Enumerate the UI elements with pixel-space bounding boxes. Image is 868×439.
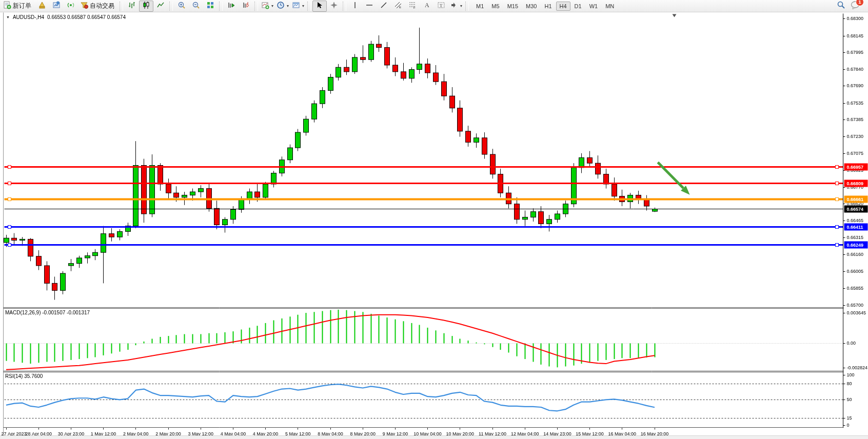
algo-trading-button[interactable]: 自动交易	[78, 1, 118, 12]
periods-button[interactable]: ▾	[275, 1, 290, 12]
new-order-button[interactable]: 新订单	[1, 1, 35, 12]
tile-windows-button[interactable]	[203, 1, 218, 12]
toolbar-separator	[219, 2, 223, 11]
main-toolbar: 新订单 自动交易 ▾ ▾ ▾ E F A T ▾	[0, 0, 868, 12]
vertical-line-icon	[351, 1, 359, 11]
chart-ohlc-values: 0.66553 0.66587 0.66547 0.66574	[47, 14, 126, 20]
cursor-button[interactable]	[312, 1, 327, 12]
chart-shift-button[interactable]	[239, 1, 253, 12]
arrows-button[interactable]: ▾	[448, 1, 464, 12]
depth-of-market-icon	[38, 1, 46, 11]
auto-scroll-icon	[227, 1, 235, 11]
timeframe-button-w1[interactable]: W1	[586, 2, 602, 11]
chart-canvas[interactable]	[0, 12, 868, 439]
toolbar-separator	[343, 2, 346, 11]
rsi-value: 35.7600	[24, 373, 43, 379]
macd-values: -0.001507 -0.001317	[42, 310, 90, 315]
candlestick-chart-icon	[142, 1, 150, 11]
arrows-icon	[450, 1, 458, 11]
equidistant-channel-icon: E	[394, 1, 402, 11]
publish-chart-button[interactable]	[49, 1, 64, 12]
indicators-caret-icon: ▾	[271, 4, 273, 8]
notification-badge: 1	[856, 0, 864, 6]
line-chart-icon	[156, 1, 165, 11]
new-order-label: 新订单	[13, 2, 31, 10]
indicators-icon	[261, 1, 269, 11]
auto-scroll-button[interactable]	[224, 1, 239, 12]
timeframe-button-d1[interactable]: D1	[571, 2, 585, 11]
timeframe-button-h1[interactable]: H1	[541, 2, 555, 11]
algo-trading-label: 自动交易	[90, 2, 114, 10]
zoom-in-button[interactable]	[174, 1, 189, 12]
toolbar-separator	[465, 2, 469, 11]
text-label-button[interactable]: T	[434, 1, 448, 12]
line-chart-button[interactable]	[153, 1, 168, 12]
text-label-icon: T	[437, 1, 445, 11]
terminal-window: 新订单 自动交易 ▾ ▾ ▾ E F A T ▾	[0, 0, 868, 439]
timeframe-button-h4[interactable]: H4	[556, 2, 570, 11]
rsi-name: RSI(14)	[5, 373, 23, 379]
timeframe-button-m1[interactable]: M1	[472, 2, 487, 11]
toolbar-separator	[120, 2, 123, 11]
depth-of-market-button[interactable]	[35, 1, 49, 12]
notifications-button[interactable]: 1	[851, 1, 860, 11]
trendline-button[interactable]	[377, 1, 391, 12]
toolbar-separator	[254, 2, 258, 11]
indicators-button[interactable]: ▾	[260, 1, 275, 12]
svg-text:F: F	[413, 6, 416, 9]
vertical-line-button[interactable]	[348, 1, 362, 12]
fibonacci-button[interactable]: F	[405, 1, 420, 12]
horizontal-line-icon	[365, 1, 373, 11]
tile-windows-icon	[206, 1, 214, 11]
text-icon: A	[423, 1, 431, 11]
crosshair-button[interactable]	[327, 1, 341, 12]
chart-title: ▼ AUDUSD-,H4 0.66553 0.66587 0.66547 0.6…	[6, 14, 126, 20]
arrows-caret-icon: ▾	[460, 4, 462, 8]
new-order-icon	[3, 1, 11, 11]
text-button[interactable]: A	[420, 1, 434, 12]
zoom-out-icon	[192, 1, 200, 11]
templates-button[interactable]: ▾	[290, 1, 306, 12]
templates-caret-icon: ▾	[302, 4, 304, 8]
rsi-indicator-label: RSI(14) 35.7600	[5, 373, 43, 379]
timeframe-button-m30[interactable]: M30	[522, 2, 540, 11]
zoom-in-icon	[177, 1, 186, 11]
toolbar-separator	[307, 2, 311, 11]
crosshair-icon	[330, 1, 338, 11]
clock-icon	[277, 1, 285, 11]
timeframe-button-mn[interactable]: MN	[602, 2, 618, 11]
candlestick-chart-button[interactable]	[139, 1, 153, 12]
zoom-out-button[interactable]	[189, 1, 203, 12]
fibonacci-icon: F	[408, 1, 417, 11]
periods-caret-icon: ▾	[287, 4, 289, 8]
timeframe-toolbar: M1M5M15M30H1H4D1W1MN	[472, 2, 618, 11]
template-icon	[292, 1, 300, 11]
svg-text:E: E	[399, 6, 401, 9]
status-bar	[0, 435, 868, 439]
macd-indicator-label: MACD(12,26,9) -0.001507 -0.001317	[5, 310, 90, 315]
signals-icon	[67, 1, 75, 11]
timeframe-button-m5[interactable]: M5	[488, 2, 503, 11]
svg-text:A: A	[425, 2, 429, 9]
bar-chart-button[interactable]	[125, 1, 139, 12]
one-click-trading-toggle-icon[interactable]: ▼	[6, 15, 10, 19]
publish-chart-icon	[52, 1, 61, 11]
toolbar-separator	[169, 2, 173, 11]
timeframe-button-m15[interactable]: M15	[504, 2, 522, 11]
horizontal-line-button[interactable]	[362, 1, 377, 12]
signals-button[interactable]	[64, 1, 78, 12]
bar-chart-icon	[128, 1, 136, 11]
chart-symbol-period: AUDUSD-,H4	[13, 14, 44, 20]
chart-shift-icon	[242, 1, 250, 11]
toolbar-right-group: 1	[837, 1, 867, 11]
cursor-icon	[315, 1, 324, 11]
search-icon[interactable]	[837, 1, 845, 11]
svg-text:T: T	[440, 3, 443, 8]
equidistant-channel-button[interactable]: E	[391, 1, 405, 12]
algo-trading-icon	[80, 1, 88, 11]
macd-name: MACD(12,26,9)	[5, 310, 41, 315]
trendline-icon	[380, 1, 388, 11]
